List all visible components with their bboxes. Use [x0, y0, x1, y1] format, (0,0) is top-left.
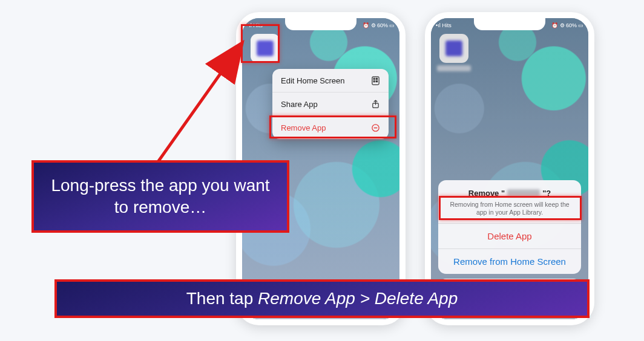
callout-part: Then tap: [186, 289, 258, 308]
share-icon: [370, 99, 380, 109]
context-remove-app[interactable]: Remove App: [272, 116, 389, 139]
svg-rect-0: [372, 76, 378, 84]
callout-text: Then tap Remove App > Delete App: [186, 288, 458, 310]
phone-notch: [474, 17, 545, 30]
status-icons: ⏰ ⚙: [551, 22, 565, 28]
delete-app-button[interactable]: Delete App: [438, 223, 581, 248]
action-sheet-subtitle: Removing from Home screen will keep the …: [448, 201, 571, 217]
battery-icon: ▭: [578, 22, 583, 28]
status-carrier: •ıl Hits: [436, 22, 452, 28]
status-battery: 60%: [377, 22, 388, 28]
app-icon[interactable]: [251, 34, 280, 63]
svg-rect-2: [376, 78, 377, 79]
status-carrier: •ıl Hits: [247, 22, 263, 28]
remove-from-home-button[interactable]: Remove from Home Screen: [438, 248, 581, 274]
context-menu: Edit Home Screen Share App Remove App: [272, 69, 389, 139]
svg-rect-3: [373, 80, 375, 82]
callout-text: Long-press the app you want to remove…: [45, 175, 276, 219]
context-edit-home-screen[interactable]: Edit Home Screen: [272, 69, 389, 93]
title-prefix: Remove ": [468, 189, 505, 198]
tutorial-stage: •ıl Hits ⏰ ⚙ 60% ▭ Edit Home Screen Shar…: [0, 0, 644, 341]
svg-line-7: [157, 45, 241, 163]
context-label: Remove App: [281, 123, 326, 132]
remove-minus-circle-icon: [370, 123, 380, 132]
apps-grid-icon: [370, 76, 380, 85]
app-glyph: [257, 41, 274, 56]
callout-emphasis: Remove App > Delete App: [258, 289, 458, 308]
callout-longpress: Long-press the app you want to remove…: [31, 160, 289, 233]
action-sheet-header: Remove " "? Removing from Home screen wi…: [438, 180, 581, 223]
status-icons: ⏰ ⚙: [363, 22, 376, 28]
phone-notch: [285, 17, 356, 30]
action-sheet-box: Remove " "? Removing from Home screen wi…: [438, 180, 581, 274]
phone-right: •ıl Hits ⏰ ⚙ 60% ▭ Remove " "? Removing: [425, 12, 594, 325]
context-label: Share App: [281, 100, 318, 109]
callout-then-tap: Then tap Remove App > Delete App: [54, 279, 590, 318]
context-label: Edit Home Screen: [281, 76, 345, 85]
svg-rect-1: [373, 78, 375, 79]
battery-icon: ▭: [389, 22, 395, 28]
svg-rect-4: [376, 80, 377, 82]
context-share-app[interactable]: Share App: [272, 93, 389, 116]
title-suffix: "?: [542, 189, 551, 198]
redacted-app-name: [507, 189, 540, 196]
status-battery: 60%: [566, 22, 577, 28]
action-sheet-title: Remove " "?: [468, 189, 551, 198]
